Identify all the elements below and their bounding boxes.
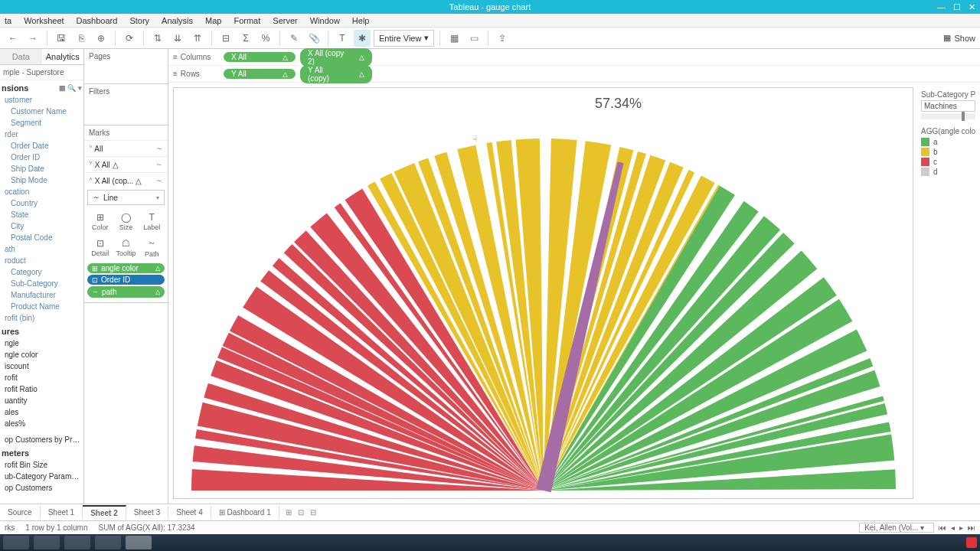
menu-item[interactable]: Help bbox=[352, 16, 370, 25]
field-item[interactable]: Customer Name bbox=[0, 106, 83, 117]
menu-item[interactable]: Server bbox=[273, 16, 297, 25]
menu-item[interactable]: Window bbox=[310, 16, 340, 25]
nav-last-icon[interactable]: ⏭ bbox=[968, 523, 975, 532]
field-item[interactable]: ub-Category Parameter bbox=[0, 471, 83, 482]
field-item[interactable]: ales bbox=[0, 406, 83, 418]
maximize-icon[interactable]: ☐ bbox=[953, 2, 961, 12]
field-item[interactable]: rder bbox=[0, 129, 83, 140]
field-item[interactable]: Segment bbox=[0, 117, 83, 129]
save-icon[interactable]: 🖫 bbox=[53, 30, 70, 47]
nav-next-icon[interactable]: ▸ bbox=[959, 523, 963, 532]
menu-item[interactable]: ta bbox=[5, 16, 11, 25]
totals-icon[interactable]: Σ bbox=[237, 30, 254, 47]
back-icon[interactable]: ← bbox=[5, 30, 21, 47]
refresh-icon[interactable]: ⟳ bbox=[121, 30, 138, 47]
group-icon[interactable]: ⊟ bbox=[217, 30, 234, 47]
field-item[interactable]: Category bbox=[0, 266, 83, 278]
field-item[interactable]: Product Name bbox=[0, 301, 83, 312]
close-icon[interactable]: ✕ bbox=[969, 2, 975, 12]
highlight-icon[interactable]: ✎ bbox=[286, 30, 302, 47]
new-data-icon[interactable]: ⎘ bbox=[73, 30, 90, 47]
rows-pill-yall-copy[interactable]: Y All (copy)△ bbox=[300, 65, 372, 83]
percent-icon[interactable]: % bbox=[257, 30, 274, 47]
sheet-tab[interactable]: Sheet 2 bbox=[83, 505, 126, 520]
new-sheet-icon[interactable]: ⊕ bbox=[93, 30, 109, 47]
task-tools-icon[interactable] bbox=[95, 536, 121, 549]
minimize-icon[interactable]: — bbox=[937, 2, 946, 12]
field-item[interactable]: ngle color bbox=[0, 349, 83, 360]
task-tableau-icon[interactable] bbox=[126, 536, 152, 549]
field-item[interactable]: roduct bbox=[0, 255, 83, 266]
legend-item[interactable]: a bbox=[921, 137, 975, 147]
data-source-tab[interactable]: Source bbox=[0, 506, 41, 519]
field-item[interactable]: Sub-Category bbox=[0, 278, 83, 289]
sheet-tab[interactable]: Sheet 4 bbox=[168, 506, 211, 519]
menu-item[interactable]: Dashboard bbox=[77, 16, 118, 25]
field-item[interactable]: rofit Bin Size bbox=[0, 459, 83, 471]
chart-canvas[interactable]: 57.34% ☟ bbox=[173, 87, 913, 499]
task-app-icon[interactable] bbox=[34, 536, 60, 549]
field-item[interactable]: State bbox=[0, 209, 83, 220]
legend-item[interactable]: c bbox=[921, 157, 975, 167]
size-card[interactable]: ◯Size bbox=[113, 208, 139, 234]
field-item[interactable]: iscount bbox=[0, 360, 83, 372]
task-folder-icon[interactable] bbox=[64, 536, 90, 549]
label-card[interactable]: TLabel bbox=[139, 208, 165, 234]
field-item[interactable]: City bbox=[0, 220, 83, 232]
menu-item[interactable]: Map bbox=[205, 16, 221, 25]
cards-icon[interactable]: ▦ bbox=[446, 30, 462, 47]
mark-pill[interactable]: ～path△ bbox=[87, 286, 165, 298]
mark-pill[interactable]: ⊞angle color△ bbox=[87, 263, 165, 273]
columns-pill-xall-copy2[interactable]: X All (copy 2)△ bbox=[300, 48, 372, 67]
sheet-tab[interactable]: Sheet 1 bbox=[41, 506, 83, 519]
legend-item[interactable]: b bbox=[921, 147, 975, 157]
new-dashboard-icon[interactable]: ⊡ bbox=[298, 508, 304, 517]
field-item[interactable]: ustomer bbox=[0, 94, 83, 106]
show-me-icon[interactable]: ▦ bbox=[943, 33, 951, 43]
sort-asc-icon[interactable]: ⇊ bbox=[169, 30, 186, 47]
field-item[interactable]: ales% bbox=[0, 418, 83, 429]
new-worksheet-icon[interactable]: ⊞ bbox=[286, 508, 292, 517]
marks-xall-copy[interactable]: ˄ X All (cop... △～ bbox=[84, 172, 168, 188]
show-me-label[interactable]: Show bbox=[954, 34, 975, 43]
data-source[interactable]: mple - Superstore bbox=[0, 65, 83, 80]
field-item[interactable]: rofit (bin) bbox=[0, 312, 83, 324]
mark-type-dropdown[interactable]: ～Line▾ bbox=[87, 190, 165, 205]
user-dropdown[interactable]: Kei, Allen (Vol... ▾ bbox=[859, 523, 934, 533]
field-item[interactable]: op Customers by Profit bbox=[0, 434, 83, 445]
present-icon[interactable]: ▭ bbox=[466, 30, 482, 47]
mark-pill[interactable]: ⊡Order ID bbox=[87, 275, 165, 285]
nav-prev-icon[interactable]: ◂ bbox=[951, 523, 955, 532]
nav-first-icon[interactable]: ⏮ bbox=[939, 523, 946, 532]
field-item[interactable]: ath bbox=[0, 243, 83, 255]
data-tab[interactable]: Data bbox=[0, 49, 42, 65]
pages-shelf[interactable]: Pages bbox=[84, 49, 168, 64]
forward-icon[interactable]: → bbox=[24, 30, 41, 47]
menu-item[interactable]: Worksheet bbox=[24, 16, 64, 25]
detail-card[interactable]: ⊡Detail bbox=[87, 234, 113, 260]
field-item[interactable]: Manufacturer bbox=[0, 289, 83, 301]
field-item[interactable]: Country bbox=[0, 197, 83, 209]
swap-icon[interactable]: ⇅ bbox=[149, 30, 166, 47]
mark-label-icon[interactable]: ✱ bbox=[354, 30, 371, 47]
marks-all[interactable]: ˅ All～ bbox=[84, 140, 168, 156]
sort-desc-icon[interactable]: ⇈ bbox=[189, 30, 206, 47]
share-icon[interactable]: ⇪ bbox=[494, 30, 511, 47]
color-card[interactable]: ⊞Color bbox=[87, 208, 113, 234]
field-item[interactable]: Order Date bbox=[0, 140, 83, 152]
label-icon[interactable]: T bbox=[334, 30, 351, 47]
pin-icon[interactable]: 📎 bbox=[305, 30, 322, 47]
field-item[interactable]: Ship Mode bbox=[0, 174, 83, 186]
field-item[interactable]: ngle bbox=[0, 337, 83, 349]
legend-item[interactable]: d bbox=[921, 167, 975, 177]
field-item[interactable]: Ship Date bbox=[0, 163, 83, 174]
columns-pill-xall[interactable]: X All△ bbox=[224, 52, 296, 62]
filters-shelf[interactable]: Filters bbox=[84, 84, 168, 99]
rows-pill-yall[interactable]: Y All△ bbox=[224, 69, 296, 79]
dashboard-tab[interactable]: ⊞ Dashboard 1 bbox=[211, 506, 279, 519]
marks-xall[interactable]: ˅ X All △～ bbox=[84, 156, 168, 172]
path-card[interactable]: ～Path bbox=[139, 234, 165, 260]
menu-item[interactable]: Analysis bbox=[162, 16, 193, 25]
field-item[interactable]: ocation bbox=[0, 186, 83, 197]
analytics-tab[interactable]: Analytics bbox=[42, 49, 84, 65]
